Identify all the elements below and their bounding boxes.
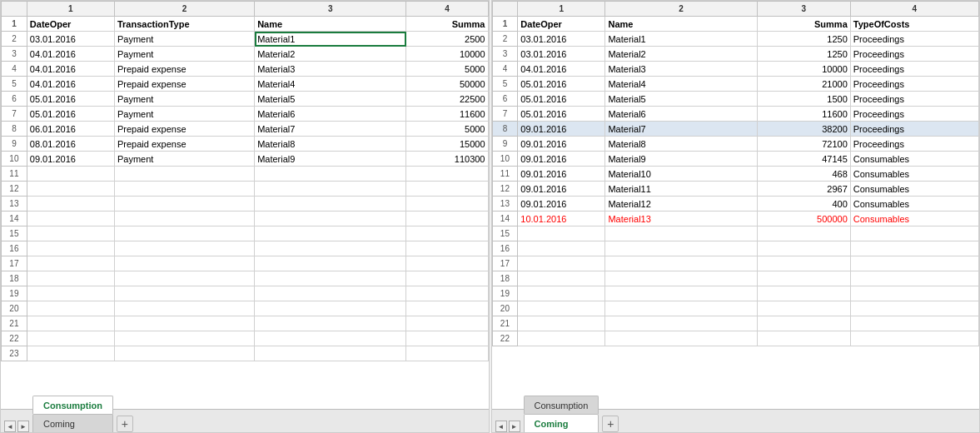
left-add-sheet[interactable]: +	[117, 416, 133, 432]
cell-r5c3[interactable]: Proceedings	[850, 107, 978, 122]
cell-r6c1[interactable]: Prepaid expense	[114, 122, 254, 137]
header-cell-0[interactable]: DateOper	[518, 17, 605, 32]
cell-r9c1[interactable]	[114, 167, 254, 182]
table-row[interactable]: 1009.01.2016Material947145Consumables	[492, 152, 979, 167]
cell-r0c3[interactable]: Proceedings	[850, 32, 978, 47]
cell-r11c3[interactable]	[406, 197, 488, 212]
cell-r20c3[interactable]	[850, 331, 978, 346]
cell-r12c1[interactable]	[114, 212, 254, 226]
cell-r2c3[interactable]: Proceedings	[850, 62, 978, 77]
cell-r18c1[interactable]	[114, 301, 254, 316]
cell-r7c3[interactable]: 15000	[406, 137, 488, 152]
cell-r3c2[interactable]: 21000	[757, 77, 850, 92]
cell-r16c0[interactable]	[518, 271, 605, 286]
cell-r15c0[interactable]	[27, 256, 114, 271]
cell-r20c1[interactable]	[605, 331, 757, 346]
cell-r3c2[interactable]: Material4	[255, 77, 406, 92]
table-row[interactable]: 17	[2, 256, 489, 271]
cell-r10c1[interactable]: Material11	[605, 182, 757, 197]
table-row[interactable]: 809.01.2016Material738200Proceedings	[492, 122, 979, 137]
cell-r15c1[interactable]	[114, 256, 254, 271]
header-cell-1[interactable]: Name	[605, 17, 757, 32]
cell-r21c2[interactable]	[255, 346, 406, 361]
cell-r8c3[interactable]: Consumables	[850, 152, 978, 167]
cell-r19c1[interactable]	[114, 316, 254, 331]
cell-r2c2[interactable]: Material3	[255, 62, 406, 77]
table-row[interactable]: 203.01.2016PaymentMaterial12500	[2, 32, 489, 47]
table-row[interactable]: 18	[492, 271, 979, 286]
sheet-tab-coming[interactable]: Coming	[524, 414, 599, 432]
cell-r4c0[interactable]: 05.01.2016	[27, 92, 114, 107]
left-tab-next[interactable]: ►	[17, 421, 29, 432]
cell-r17c2[interactable]	[757, 286, 850, 301]
cell-r10c2[interactable]: 2967	[757, 182, 850, 197]
table-row[interactable]: 17	[492, 256, 979, 271]
cell-r10c0[interactable]: 09.01.2016	[518, 182, 605, 197]
cell-r10c3[interactable]: Consumables	[850, 182, 978, 197]
table-row[interactable]: 15	[2, 226, 489, 241]
table-row[interactable]: 705.01.2016Material611600Proceedings	[492, 107, 979, 122]
cell-r1c2[interactable]: Material2	[255, 47, 406, 62]
table-row[interactable]: 12	[2, 182, 489, 197]
cell-r8c1[interactable]: Material9	[605, 152, 757, 167]
cell-r5c2[interactable]: Material6	[255, 107, 406, 122]
cell-r4c1[interactable]: Payment	[114, 92, 254, 107]
cell-r5c1[interactable]: Material6	[605, 107, 757, 122]
cell-r2c3[interactable]: 5000	[406, 62, 488, 77]
cell-r4c3[interactable]: Proceedings	[850, 92, 978, 107]
cell-r12c1[interactable]: Material13	[605, 212, 757, 226]
table-row[interactable]: 505.01.2016Material421000Proceedings	[492, 77, 979, 92]
right-tab-prev[interactable]: ◄	[495, 421, 507, 432]
table-row[interactable]: 909.01.2016Material872100Proceedings	[492, 137, 979, 152]
cell-r5c2[interactable]: 11600	[757, 107, 850, 122]
cell-r9c2[interactable]: 468	[757, 167, 850, 182]
cell-r2c0[interactable]: 04.01.2016	[27, 62, 114, 77]
table-row[interactable]: 13	[2, 197, 489, 212]
table-row[interactable]: 1209.01.2016Material112967Consumables	[492, 182, 979, 197]
cell-r6c2[interactable]: Material7	[255, 122, 406, 137]
table-row[interactable]: 21	[2, 316, 489, 331]
table-row[interactable]: 605.01.2016PaymentMaterial522500	[2, 92, 489, 107]
cell-r21c0[interactable]	[27, 346, 114, 361]
cell-r4c3[interactable]: 22500	[406, 92, 488, 107]
cell-r18c3[interactable]	[850, 301, 978, 316]
cell-r1c1[interactable]: Payment	[114, 47, 254, 62]
cell-r11c0[interactable]	[27, 197, 114, 212]
cell-r20c2[interactable]	[757, 331, 850, 346]
table-row[interactable]: 23	[2, 346, 489, 361]
cell-r9c3[interactable]: Consumables	[850, 167, 978, 182]
table-row[interactable]: 19	[492, 286, 979, 301]
table-row[interactable]: 16	[492, 241, 979, 256]
cell-r11c2[interactable]: 400	[757, 197, 850, 212]
cell-r7c3[interactable]: Proceedings	[850, 137, 978, 152]
cell-r9c3[interactable]	[406, 167, 488, 182]
cell-r17c0[interactable]	[27, 286, 114, 301]
cell-r6c3[interactable]: 5000	[406, 122, 488, 137]
cell-r12c3[interactable]: Consumables	[850, 212, 978, 226]
cell-r15c3[interactable]	[406, 256, 488, 271]
table-row[interactable]: 19	[2, 286, 489, 301]
cell-r8c2[interactable]: Material9	[255, 152, 406, 167]
cell-r8c0[interactable]: 09.01.2016	[518, 152, 605, 167]
cell-r0c0[interactable]: 03.01.2016	[27, 32, 114, 47]
cell-r3c0[interactable]: 05.01.2016	[518, 77, 605, 92]
cell-r13c1[interactable]	[605, 226, 757, 241]
cell-r19c3[interactable]	[406, 316, 488, 331]
cell-r18c0[interactable]	[27, 301, 114, 316]
cell-r2c0[interactable]: 04.01.2016	[518, 62, 605, 77]
table-row[interactable]: 705.01.2016PaymentMaterial611600	[2, 107, 489, 122]
cell-r19c0[interactable]	[518, 316, 605, 331]
cell-r7c0[interactable]: 09.01.2016	[518, 137, 605, 152]
cell-r1c3[interactable]: Proceedings	[850, 47, 978, 62]
table-row[interactable]: 504.01.2016Prepaid expenseMaterial450000	[2, 77, 489, 92]
cell-r21c3[interactable]	[406, 346, 488, 361]
cell-r14c2[interactable]	[757, 241, 850, 256]
cell-r16c1[interactable]	[114, 271, 254, 286]
cell-r16c3[interactable]	[406, 271, 488, 286]
cell-r8c1[interactable]: Payment	[114, 152, 254, 167]
cell-r6c2[interactable]: 38200	[757, 122, 850, 137]
cell-r0c2[interactable]: 1250	[757, 32, 850, 47]
cell-r12c0[interactable]	[27, 212, 114, 226]
cell-r7c1[interactable]: Material8	[605, 137, 757, 152]
cell-r13c1[interactable]	[114, 226, 254, 241]
